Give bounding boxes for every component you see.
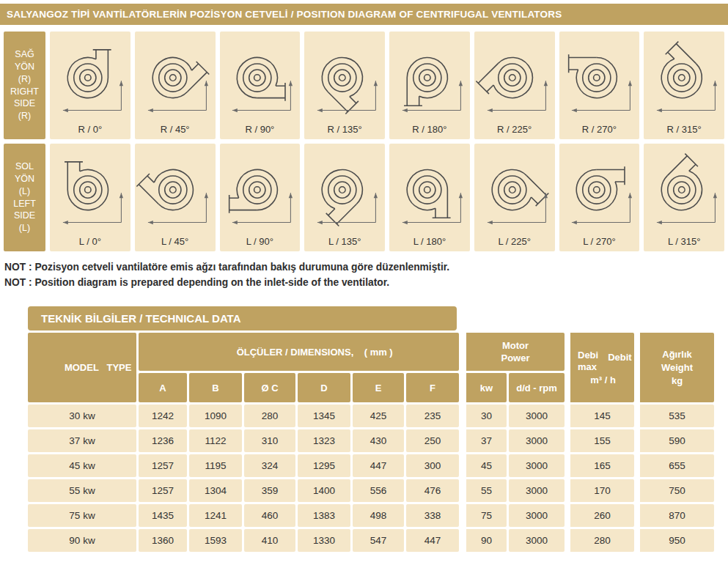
value-cell: 1257 — [139, 454, 187, 477]
dimension-arrow-icon — [148, 221, 153, 224]
sub-col-header-4: E — [353, 373, 404, 402]
side-label-right: SAĞYÖN(R)RIGHTSIDE(R) — [4, 32, 45, 139]
value-cell: 1345 — [298, 405, 350, 427]
value-cell: 1242 — [139, 405, 187, 427]
sub-col-header-6: kw — [461, 373, 507, 402]
debit-label-unit: m³ / h — [578, 374, 634, 385]
value-cell: 310 — [244, 429, 295, 452]
position-diagram-grid: SAĞYÖN(R)RIGHTSIDE(R)R / 0°R / 45°R / 90… — [4, 32, 724, 251]
position-label: R / 0° — [78, 120, 103, 139]
fan-diagram — [476, 146, 554, 232]
table-row-75-kw: 75 kw143512414601383498338753000260870 — [28, 504, 714, 527]
dimension-arrow-icon — [488, 108, 493, 112]
side-label-left: SOLYÖN(L)LEFTSIDE(L) — [4, 144, 45, 251]
value-cell: 1383 — [298, 504, 350, 527]
value-cell: 45 — [461, 454, 507, 477]
position-cell-left-225: L / 225° — [474, 144, 555, 251]
table-body: 30 kw12421090280134542523530300014553537… — [28, 405, 714, 552]
position-label: L / 180° — [413, 232, 446, 251]
value-cell: 1295 — [298, 454, 350, 477]
dimension-arrow-icon — [402, 221, 408, 224]
dimension-arrow-icon — [289, 193, 293, 198]
dimension-arrow-icon — [204, 193, 207, 198]
value-cell: 1330 — [298, 529, 350, 552]
table-row-90-kw: 90 kw136015934101330547447903000280950 — [28, 529, 714, 552]
dimension-arrow-icon — [120, 193, 123, 198]
dimension-arrow-icon — [402, 108, 408, 112]
position-cell-right-270: R / 270° — [559, 32, 640, 139]
value-cell: 280 — [567, 529, 634, 552]
dimension-arrow-icon — [289, 81, 293, 86]
position-label: L / 135° — [328, 232, 361, 251]
technical-data-header: TEKNİK BİLGİLER / TECHNICAL DATA — [28, 306, 457, 330]
value-cell: 1323 — [298, 429, 350, 452]
value-cell: 145 — [567, 405, 634, 427]
weight-header-label: Ağırlık Weight kg — [640, 348, 714, 388]
value-cell: 460 — [244, 504, 295, 527]
position-cell-right-0: R / 0° — [50, 32, 130, 139]
debit-label-en: Debit — [608, 352, 632, 363]
table-header-row-1: MODEL TYPE ÖLÇÜLER / DIMENSIONS, ( mm ) … — [28, 333, 714, 371]
value-cell: 359 — [244, 479, 295, 502]
dimension-arrow-icon — [374, 81, 378, 86]
dimension-arrow-icon — [63, 221, 68, 224]
value-cell: 535 — [636, 405, 714, 427]
value-cell: 250 — [406, 429, 459, 452]
position-label: L / 0° — [79, 232, 101, 251]
value-cell: 1400 — [298, 479, 350, 502]
fan-diagram — [306, 34, 383, 120]
value-cell: 1304 — [189, 479, 242, 502]
fan-diagram — [391, 34, 468, 120]
dimension-arrow-icon — [374, 193, 378, 198]
dimension-arrow-icon — [459, 81, 463, 86]
value-cell: 75 — [461, 504, 507, 527]
position-cell-right-135: R / 135° — [304, 32, 385, 139]
model-cell: 90 kw — [28, 529, 136, 552]
fan-diagram — [136, 146, 214, 232]
weight-label-tr: Ağırlık — [640, 348, 714, 361]
table-row-55-kw: 55 kw125713043591400556476553000170750 — [28, 479, 714, 502]
fan-diagram — [560, 146, 638, 232]
model-cell: 75 kw — [28, 504, 136, 527]
value-cell: 235 — [406, 405, 459, 427]
motor-label-line1: Motor — [466, 339, 565, 352]
dimension-arrow-icon — [543, 81, 547, 86]
weight-label-en: Weight — [640, 361, 714, 374]
value-cell: 3000 — [509, 529, 565, 552]
fan-diagram — [136, 34, 214, 120]
table-row-30-kw: 30 kw124210902801345425235303000145535 — [28, 405, 714, 427]
value-cell: 547 — [353, 529, 404, 552]
value-cell: 1195 — [189, 454, 242, 477]
value-cell: 556 — [353, 479, 404, 502]
dimension-arrow-icon — [232, 221, 238, 224]
col-group-dimensions: ÖLÇÜLER / DIMENSIONS, ( mm ) — [139, 333, 459, 371]
value-cell: 260 — [567, 504, 634, 527]
position-cell-left-180: L / 180° — [389, 144, 470, 251]
value-cell: 3000 — [509, 429, 565, 452]
page: SALYANGOZ TİPİ VANTİLATÖRLERİN POZİSYON … — [0, 0, 728, 565]
value-cell: 1257 — [139, 479, 187, 502]
position-cell-left-45: L / 45° — [135, 144, 216, 251]
dimension-arrow-icon — [713, 193, 717, 198]
page-banner: SALYANGOZ TİPİ VANTİLATÖRLERİN POZİSYON … — [0, 4, 728, 25]
dimension-arrow-icon — [572, 221, 577, 224]
technical-data-table: MODEL TYPE ÖLÇÜLER / DIMENSIONS, ( mm ) … — [26, 330, 716, 554]
value-cell: 447 — [353, 454, 404, 477]
value-cell: 155 — [567, 429, 634, 452]
value-cell: 950 — [636, 529, 714, 552]
page-title: SALYANGOZ TİPİ VANTİLATÖRLERİN POZİSYON … — [7, 9, 562, 20]
position-cell-left-315: L / 315° — [644, 144, 724, 251]
model-header-label: MODEL TYPE — [65, 362, 132, 373]
position-label: L / 90° — [246, 232, 273, 251]
col-header-debit: DebiDebit max m³ / h — [567, 333, 634, 402]
col-header-weight: Ağırlık Weight kg — [636, 333, 714, 402]
dimension-arrow-icon — [628, 193, 632, 198]
dimension-arrow-icon — [657, 221, 662, 224]
value-cell: 170 — [567, 479, 634, 502]
dimension-arrow-icon — [148, 108, 153, 112]
fan-diagram — [391, 146, 468, 232]
value-cell: 870 — [636, 504, 714, 527]
model-cell: 45 kw — [28, 454, 136, 477]
value-cell: 1435 — [139, 504, 187, 527]
value-cell: 1360 — [139, 529, 187, 552]
